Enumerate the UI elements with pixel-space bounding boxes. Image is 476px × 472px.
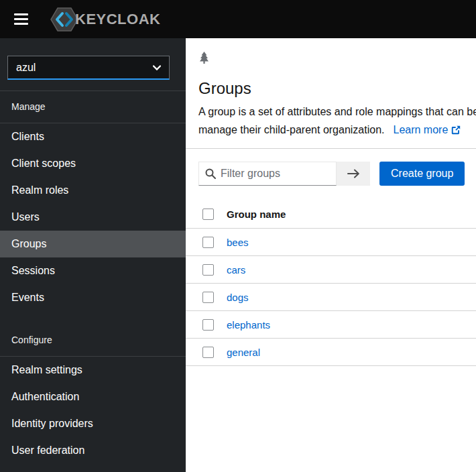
table-row: bees [186,229,476,256]
section-label-configure: Configure [0,324,186,357]
page-title: Groups [198,79,476,98]
groups-breadcrumb[interactable] [198,52,476,65]
nav-section-manage: Manage Clients Client scopes Realm roles… [0,91,186,311]
table-row: cars [186,256,476,284]
learn-more-link[interactable]: Learn more [394,121,461,139]
sidebar-item-clients[interactable]: Clients [0,123,186,150]
nav-section-configure: Configure Realm settings Authentication … [0,324,186,464]
sidebar-item-sessions[interactable]: Sessions [0,257,186,284]
page-description-line1: A group is a set of attributes and role … [198,103,476,121]
sidebar-item-client-scopes[interactable]: Client scopes [0,150,186,177]
group-link-elephants[interactable]: elephants [227,319,270,331]
keycloak-logo[interactable]: KEYCLOAK [50,6,160,33]
select-all-checkbox[interactable] [202,209,214,220]
realm-selector-dropdown[interactable]: azul [7,56,170,80]
tree-icon [198,52,210,64]
hamburger-menu-button[interactable] [10,9,32,29]
sidebar-item-realm-roles[interactable]: Realm roles [0,177,186,204]
page-description-line2: manage their child-parent organization.L… [198,121,476,139]
sidebar-item-identity-providers[interactable]: Identity providers [0,410,186,437]
filter-submit-button[interactable] [337,162,370,186]
row-checkbox[interactable] [202,319,214,331]
filter-groups-box [198,162,337,186]
table-header-row: Group name [186,200,476,229]
create-group-button[interactable]: Create group [379,162,465,186]
masthead: KEYCLOAK [0,0,476,38]
table-row: general [186,339,476,366]
sidebar-item-authentication[interactable]: Authentication [0,384,186,410]
section-label-manage: Manage [0,91,186,123]
current-realm-name: azul [16,62,36,74]
group-link-cars[interactable]: cars [227,264,245,276]
search-icon [205,168,216,179]
filter-groups-input[interactable] [221,168,336,180]
sidebar-item-user-federation[interactable]: User federation [0,437,186,464]
realm-selector-area: azul [0,38,186,91]
row-checkbox[interactable] [202,237,214,248]
sidebar-item-groups[interactable]: Groups [0,231,186,257]
sidebar: azul Manage Clients Client scopes Realm … [0,38,186,472]
row-checkbox[interactable] [202,264,214,276]
chevron-down-icon [153,65,161,70]
group-name-header: Group name [227,209,286,220]
groups-table: Group name bees cars dogs elephants gene… [186,200,476,366]
row-checkbox[interactable] [202,292,214,303]
arrow-right-icon [347,169,360,178]
hamburger-icon [14,13,28,15]
product-name: KEYCLOAK [75,11,160,28]
table-row: elephants [186,311,476,339]
sidebar-item-realm-settings[interactable]: Realm settings [0,357,186,384]
groups-toolbar: Create group [186,149,476,186]
external-link-icon [451,125,461,135]
sidebar-item-users[interactable]: Users [0,204,186,231]
group-link-general[interactable]: general [227,347,260,358]
sidebar-item-events[interactable]: Events [0,284,186,311]
group-link-bees[interactable]: bees [227,237,249,248]
main-content: Groups A group is a set of attributes an… [186,38,476,472]
group-link-dogs[interactable]: dogs [227,292,249,303]
table-row: dogs [186,284,476,311]
row-checkbox[interactable] [202,347,214,358]
